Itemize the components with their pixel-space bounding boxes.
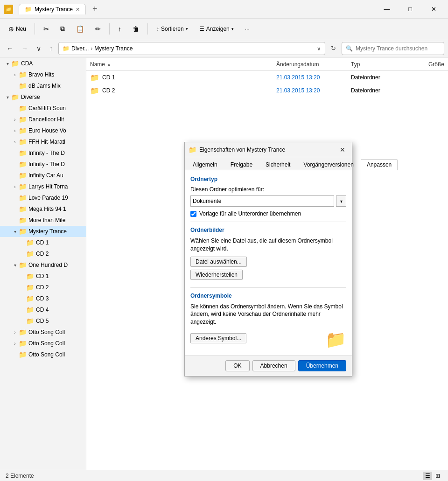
cancel-button[interactable]: Abbrechen xyxy=(252,360,295,371)
cut-button[interactable]: ✂ xyxy=(39,21,54,36)
file-date-cd1: 21.03.2015 13:20 xyxy=(276,74,351,81)
vorlage-checkbox[interactable] xyxy=(190,211,196,217)
breadcrumb-bar[interactable]: 📁 Diver... › Mystery Trance ∨ xyxy=(58,42,325,55)
tab-freigabe[interactable]: Freigabe xyxy=(224,159,259,170)
apply-button[interactable]: Übernehmen xyxy=(298,360,346,371)
sort-icon: ↕ xyxy=(156,26,159,32)
sidebar-item-love-parade[interactable]: 📁 Love Parade 19 xyxy=(0,192,86,203)
sidebar-item-cda[interactable]: ▾ 📁 CDA xyxy=(0,58,86,69)
share-button[interactable]: ↑ xyxy=(113,21,126,36)
tab-anpassen[interactable]: Anpassen xyxy=(361,159,398,170)
sidebar-item-cd1-oh[interactable]: 📁 CD 1 xyxy=(0,271,86,282)
column-header-type[interactable]: Typ xyxy=(351,61,407,68)
forward-button[interactable]: → xyxy=(19,43,31,54)
anderes-symbol-button[interactable]: Anderes Symbol... xyxy=(190,333,246,343)
sidebar-item-diverse[interactable]: ▾ 📁 Diverse xyxy=(0,91,86,103)
datei-auswaehlen-button[interactable]: Datei auswählen... xyxy=(190,257,247,267)
sidebar-item-label-dbjams: dB Jams Mix xyxy=(28,83,61,89)
sidebar-item-cd2-mystery[interactable]: 📁 CD 2 xyxy=(0,248,86,259)
tab-close-btn[interactable]: ✕ xyxy=(76,7,80,13)
wiederherstellen-button[interactable]: Wiederherstellen xyxy=(190,270,243,280)
folder-icon-dbjams: 📁 xyxy=(19,82,27,90)
folder-icon-cd4oh: 📁 xyxy=(26,306,34,314)
sidebar-item-bravo-hits[interactable]: › 📁 Bravo Hits xyxy=(0,69,86,80)
new-tab-button[interactable]: + xyxy=(90,4,100,14)
sidebar-item-db-jams[interactable]: 📁 dB Jams Mix xyxy=(0,80,86,91)
tab-sicherheit[interactable]: Sicherheit xyxy=(259,159,296,170)
sidebar-item-label-mystery: Mystery Trance xyxy=(28,228,67,235)
refresh-button[interactable]: ↻ xyxy=(328,43,339,54)
expand-arrow-mystery: ▾ xyxy=(11,229,19,234)
table-row[interactable]: 📁 CD 1 21.03.2015 13:20 Dateiordner xyxy=(86,71,448,84)
sidebar-item-cd5-oh[interactable]: 📁 CD 5 xyxy=(0,315,86,327)
sidebar-item-dancefloor[interactable]: › 📁 Dancefloor Hit xyxy=(0,114,86,125)
details-view-button[interactable]: ⊞ xyxy=(433,472,442,480)
folder-icon-inf2: 📁 xyxy=(19,160,27,168)
sidebar-item-carhifi[interactable]: 📁 Car&HiFi Soun xyxy=(0,103,86,114)
section-divider-1 xyxy=(190,222,346,222)
section-header-ordnertyp: Ordnertyp xyxy=(190,176,346,182)
sidebar-item-more-than-mile[interactable]: 📁 More than Mile xyxy=(0,215,86,226)
copy-button[interactable]: ⧉ xyxy=(56,21,70,36)
sidebar-item-otto1[interactable]: › 📁 Otto Song Coll xyxy=(0,327,86,338)
sidebar-item-cd4-oh[interactable]: 📁 CD 4 xyxy=(0,304,86,315)
sidebar-item-mega-hits[interactable]: 📁 Mega Hits 94 1 xyxy=(0,203,86,215)
sidebar-item-infinity1[interactable]: 📁 Infinity - The D xyxy=(0,147,86,159)
column-header-name[interactable]: Name ▲ xyxy=(90,61,276,68)
paste-button[interactable]: 📋 xyxy=(71,21,89,36)
dropdown-arrow-btn[interactable]: ▾ xyxy=(336,195,346,207)
table-row[interactable]: 📁 CD 2 21.03.2015 13:20 Dateiordner xyxy=(86,84,448,97)
sidebar-item-label-inf1: Infinity - The D xyxy=(28,150,65,156)
rename-button[interactable]: ✏ xyxy=(91,21,105,36)
sort-button[interactable]: ↕ Sortieren ▾ xyxy=(152,21,193,36)
toolbar-separator-2 xyxy=(109,23,110,35)
sidebar-item-infinity2[interactable]: 📁 Infinity - The D xyxy=(0,159,86,170)
folder-icon-mystery: 📁 xyxy=(19,228,27,235)
sidebar-item-label-ffh: FFH Hit-Maratl xyxy=(28,139,65,145)
more-button[interactable]: ··· xyxy=(240,21,254,36)
breadcrumb-separator: › xyxy=(91,45,92,52)
sidebar-item-euro-house[interactable]: › 📁 Euro House Vo xyxy=(0,125,86,136)
view-button[interactable]: ☰ Anzeigen ▾ xyxy=(195,21,238,36)
active-tab[interactable]: 📁 Mystery Trance ✕ xyxy=(19,4,86,14)
checkbox-row-vorlage: Vorlage für alle Unterordner übernehmen xyxy=(190,210,346,217)
status-view-buttons: ☰ ⊞ xyxy=(423,472,442,480)
sidebar-item-label-morethenmile: More than Mile xyxy=(28,217,65,223)
sidebar-item-cd2-oh[interactable]: 📁 CD 2 xyxy=(0,282,86,293)
sidebar-item-infinity-car[interactable]: 📁 Infinity Car Au xyxy=(0,170,86,181)
sidebar-item-one-hundred[interactable]: ▾ 📁 One Hundred D xyxy=(0,259,86,271)
back-button[interactable]: ← xyxy=(4,43,16,54)
minimize-button[interactable]: — xyxy=(376,2,398,17)
maximize-button[interactable]: □ xyxy=(399,2,421,17)
list-view-button[interactable]: ☰ xyxy=(423,472,432,480)
folder-icon-carhifi: 📁 xyxy=(19,105,27,112)
folder-icon-megahits: 📁 xyxy=(19,205,27,213)
sidebar-item-otto3[interactable]: 📁 Otto Song Coll xyxy=(0,349,86,360)
sidebar-item-otto2[interactable]: › 📁 Otto Song Coll xyxy=(0,338,86,349)
down-button[interactable]: ∨ xyxy=(34,43,44,54)
sidebar-item-larrys[interactable]: › 📁 Larrys Hit Torna xyxy=(0,181,86,192)
toolbar-separator-1 xyxy=(35,23,35,35)
sidebar-item-label-eurohouse: Euro House Vo xyxy=(28,127,66,134)
delete-button[interactable]: 🗑 xyxy=(128,21,144,36)
sidebar-item-label-megahits: Mega Hits 94 1 xyxy=(28,206,66,212)
window-controls: — □ ✕ xyxy=(376,2,444,17)
ordnertyp-select[interactable]: Dokumente xyxy=(190,195,334,207)
search-input[interactable] xyxy=(356,45,440,52)
folder-icon-cd2oh: 📁 xyxy=(26,284,34,291)
ok-button[interactable]: OK xyxy=(225,360,249,371)
breadcrumb-dropdown-btn[interactable]: ∨ xyxy=(317,45,321,52)
sidebar-item-cd1-mystery[interactable]: 📁 CD 1 xyxy=(0,237,86,248)
sidebar-item-ffh[interactable]: › 📁 FFH Hit-Maratl xyxy=(0,136,86,147)
tab-vorgaengerversionen[interactable]: Vorgängerversionen xyxy=(297,159,359,170)
column-header-size[interactable]: Größe xyxy=(407,61,444,68)
sidebar-item-label-inf2: Infinity - The D xyxy=(28,161,65,167)
up-button[interactable]: ↑ xyxy=(47,43,56,54)
tab-allgemein[interactable]: Allgemein xyxy=(187,159,224,170)
dialog-close-button[interactable]: ✕ xyxy=(337,145,348,154)
sidebar-item-mystery-trance[interactable]: ▾ 📁 Mystery Trance xyxy=(0,226,86,237)
sidebar-item-cd3-oh[interactable]: 📁 CD 3 xyxy=(0,293,86,304)
column-header-date[interactable]: Änderungsdatum xyxy=(276,61,351,68)
new-button[interactable]: ⊕ Neu xyxy=(4,21,31,36)
close-button[interactable]: ✕ xyxy=(423,2,444,17)
